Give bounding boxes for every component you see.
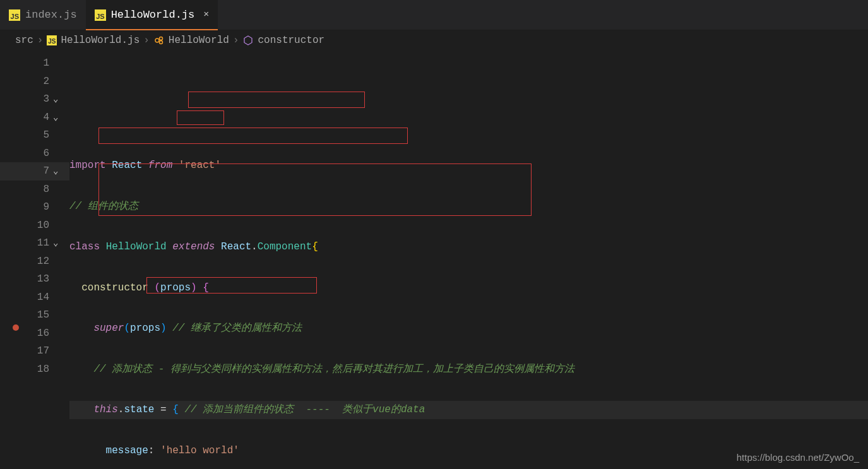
line-number: 9 (0, 198, 53, 217)
line-number: 15 (0, 306, 53, 324)
line-number: 14 (0, 288, 53, 307)
watermark: https://blog.csdn.net/ZywOo_ (737, 452, 859, 463)
breadcrumb-file-label: HelloWorld.js (61, 35, 140, 46)
js-file-icon: JS (9, 9, 20, 21)
chevron-down-icon[interactable]: ⌄ (53, 90, 58, 109)
code-content[interactable]: import React from 'react' // 组件的状态 class… (69, 54, 868, 469)
annotation-box (98, 128, 408, 144)
code-line: this.state = { // 添加当前组件的状态 ---- 类似于vue的… (69, 401, 868, 419)
line-number: 3 (0, 90, 53, 109)
class-icon (153, 35, 165, 46)
breadcrumb-method[interactable]: constructor (242, 35, 324, 46)
svg-point-0 (155, 39, 159, 42)
chevron-down-icon[interactable]: ⌄ (53, 162, 58, 181)
annotation-box (188, 92, 365, 108)
line-number: 11 (0, 234, 53, 252)
chevron-down-icon[interactable]: ⌄ (53, 234, 58, 252)
line-number: 16 (0, 324, 53, 343)
tab-helloworld-js[interactable]: JS HelloWorld.js × (86, 0, 218, 30)
line-number: 18 (0, 360, 53, 379)
breadcrumb-folder[interactable]: src (15, 35, 33, 46)
line-number: 12 (0, 252, 53, 271)
code-editor[interactable]: 1 2 3 4 5 6 7 8 9 10 11 12 13 14 15 16 1… (0, 50, 868, 469)
code-line: // 组件的状态 (69, 198, 868, 216)
line-number: 1 (0, 54, 53, 73)
line-number: 17 (0, 342, 53, 360)
chevron-right-icon: › (233, 35, 239, 46)
code-line: import React from 'react' (69, 157, 868, 175)
breadcrumb-file[interactable]: JS HelloWorld.js (47, 35, 140, 46)
chevron-down-icon[interactable]: ⌄ (53, 109, 58, 127)
svg-point-2 (159, 41, 162, 44)
line-number: 13 (0, 270, 53, 288)
line-number: 6 (0, 145, 53, 163)
breadcrumb-class-label: HelloWorld (169, 35, 229, 46)
line-number: 4 (0, 109, 53, 127)
line-number: 8 (0, 181, 53, 199)
method-icon (242, 35, 254, 46)
line-number-gutter: 1 2 3 4 5 6 7 8 9 10 11 12 13 14 15 16 1… (0, 54, 53, 469)
tab-label: index.js (25, 9, 77, 21)
code-line: // 添加状态 - 得到与父类同样的实例属性和方法，然后再对其进行加工，加上子类… (69, 360, 868, 379)
code-line: super(props) // 继承了父类的属性和方法 (69, 319, 868, 338)
breadcrumb-method-label: constructor (258, 35, 324, 46)
breadcrumb-class[interactable]: HelloWorld (153, 35, 229, 46)
code-line: constructor (props) { (69, 279, 868, 297)
tab-label: HelloWorld.js (111, 9, 195, 21)
js-file-icon: JS (47, 35, 57, 45)
close-icon[interactable]: × (203, 9, 209, 20)
chevron-right-icon: › (143, 35, 150, 46)
line-number: 5 (0, 126, 53, 145)
line-number: 7 (0, 162, 53, 181)
fold-gutter: ⌄ ⌄ ⌄ ⌄ (53, 54, 69, 469)
chevron-right-icon: › (37, 35, 44, 46)
tab-bar: JS index.js JS HelloWorld.js × (0, 0, 868, 30)
annotation-box (177, 110, 224, 125)
line-number: 10 (0, 217, 53, 235)
tab-index-js[interactable]: JS index.js (0, 0, 86, 30)
code-line: class HelloWorld extends React.Component… (69, 238, 868, 256)
line-number: 2 (0, 73, 53, 91)
js-file-icon: JS (95, 9, 106, 21)
modified-dot-icon (13, 324, 19, 331)
breadcrumb: src › JS HelloWorld.js › HelloWorld › co… (0, 30, 868, 50)
svg-point-1 (159, 37, 162, 40)
